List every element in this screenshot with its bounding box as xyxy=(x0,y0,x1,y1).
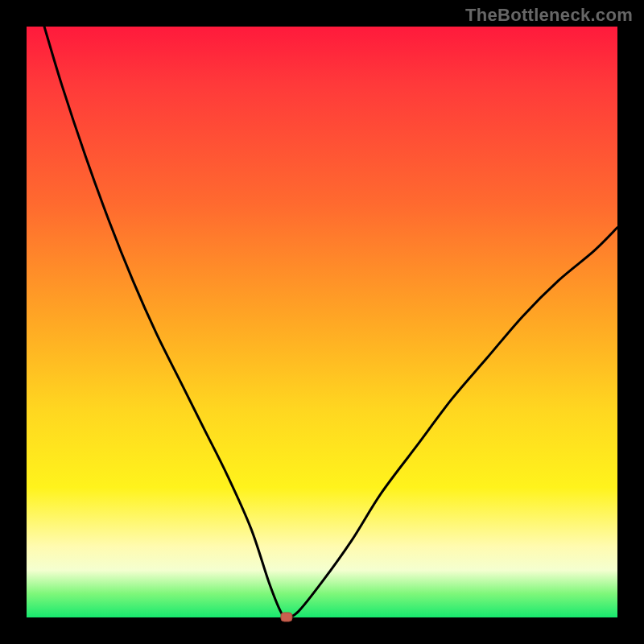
curve-layer xyxy=(27,27,617,617)
watermark-text: TheBottleneck.com xyxy=(465,5,633,26)
minimum-marker xyxy=(281,613,292,621)
plot-area xyxy=(27,27,617,617)
chart-frame: TheBottleneck.com xyxy=(0,0,644,644)
bottleneck-curve xyxy=(44,27,617,617)
